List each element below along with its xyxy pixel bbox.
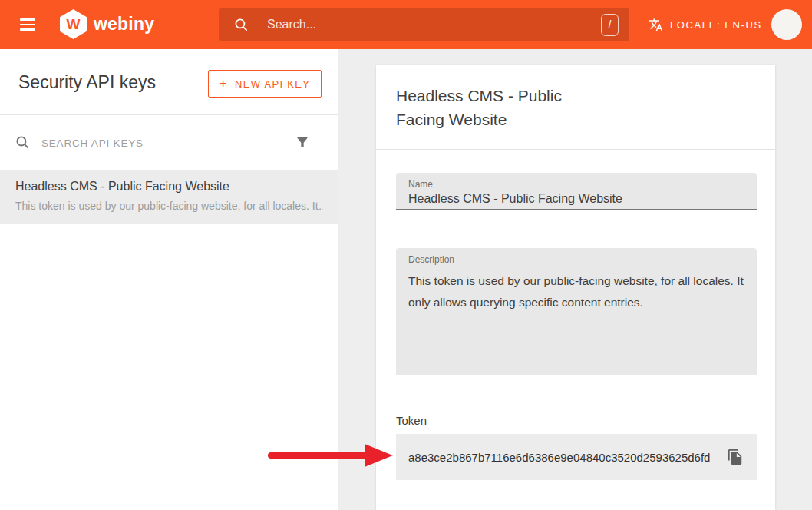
api-keys-panel: Security API keys + NEW API KEY Headless… — [0, 49, 338, 510]
token-value: a8e3ce2b867b7116e6d6386e9e04840c3520d259… — [408, 451, 710, 464]
name-input[interactable] — [408, 192, 744, 206]
api-key-detail-card: Headless CMS - Public Facing Website Nam… — [376, 65, 775, 510]
global-search-bar[interactable]: / — [219, 8, 629, 41]
api-key-item-description: This token is used by our public-facing … — [15, 200, 323, 212]
search-icon — [234, 18, 249, 32]
search-input[interactable] — [266, 17, 601, 32]
translate-icon — [649, 18, 663, 32]
copy-token-button[interactable] — [725, 446, 746, 468]
api-key-list-item[interactable]: Headless CMS - Public Facing Website Thi… — [0, 170, 338, 224]
api-keys-search-input[interactable] — [40, 134, 270, 152]
slash-shortcut-badge: / — [601, 14, 619, 36]
webiny-hexagon-icon: W — [60, 9, 87, 39]
webiny-logo[interactable]: W webiny — [60, 9, 154, 39]
description-textarea[interactable]: This token is used by our public-facing … — [408, 270, 744, 367]
description-field-label: Description — [408, 254, 744, 265]
new-api-key-button-label: NEW API KEY — [235, 78, 310, 90]
new-api-key-button[interactable]: + NEW API KEY — [208, 70, 322, 98]
token-label: Token — [396, 414, 427, 427]
detail-card-title: Headless CMS - Public Facing Website — [396, 84, 592, 131]
top-app-bar: W webiny / LOCALE: EN-US — [0, 0, 812, 49]
hamburger-menu-icon[interactable] — [20, 18, 35, 31]
filter-icon[interactable] — [295, 134, 310, 150]
api-key-item-title: Headless CMS - Public Facing Website — [15, 180, 323, 194]
detail-card-header: Headless CMS - Public Facing Website — [376, 65, 775, 150]
api-keys-search-row — [0, 115, 338, 170]
copy-icon — [727, 449, 744, 465]
plus-icon: + — [220, 76, 228, 91]
webiny-hexagon-letter: W — [67, 16, 81, 33]
description-field[interactable]: Description This token is used by our pu… — [396, 248, 757, 375]
page-title: Security API keys — [18, 72, 156, 93]
locale-label: LOCALE: EN-US — [670, 19, 762, 31]
name-field[interactable]: Name — [396, 173, 757, 210]
name-field-label: Name — [408, 179, 744, 190]
token-box: a8e3ce2b867b7116e6d6386e9e04840c3520d259… — [396, 434, 757, 480]
search-icon — [15, 135, 30, 150]
user-avatar[interactable] — [771, 9, 802, 40]
api-keys-panel-header: Security API keys + NEW API KEY — [0, 49, 338, 115]
locale-selector[interactable]: LOCALE: EN-US — [649, 15, 762, 34]
webiny-wordmark: webiny — [94, 14, 154, 35]
